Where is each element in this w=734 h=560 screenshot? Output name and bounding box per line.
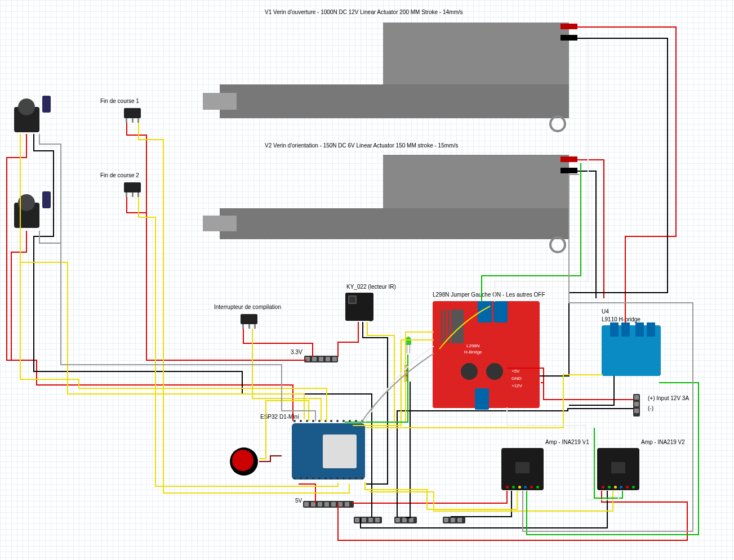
svg-rect-3 bbox=[560, 168, 577, 173]
limit-switch-2 bbox=[124, 182, 141, 192]
header-power-in bbox=[633, 394, 640, 416]
ir-receiver bbox=[345, 293, 373, 321]
l298n-12v: +12V bbox=[511, 383, 522, 388]
l298n-sub: H-Bridge bbox=[464, 350, 482, 355]
capacitor-2 bbox=[42, 191, 51, 208]
esp32-mcu bbox=[292, 423, 365, 480]
header-gnd2 bbox=[394, 517, 417, 523]
plug-v2 bbox=[560, 155, 594, 178]
header-gnd3 bbox=[443, 517, 465, 523]
push-button bbox=[230, 447, 258, 476]
header-gnd1 bbox=[354, 517, 382, 523]
l298n-5v: +5V bbox=[511, 369, 519, 374]
actuator-v1 bbox=[203, 23, 586, 135]
l9110-hbridge bbox=[602, 325, 661, 376]
header-5v bbox=[303, 501, 354, 508]
led-green bbox=[406, 337, 411, 345]
ina219-v2 bbox=[597, 448, 639, 490]
l298n-gnd: GND bbox=[511, 376, 522, 381]
label-ky022: KY_022 (lecteur IR) bbox=[346, 284, 396, 290]
label-5v: 5V bbox=[295, 498, 302, 504]
label-amp-v2: Amp - INA219 V2 bbox=[641, 439, 685, 445]
label-input-plus: (+) Input 12V 3A bbox=[648, 395, 689, 401]
potentiometer-2 bbox=[14, 203, 39, 228]
label-l9110: L9110 H-bridge bbox=[602, 316, 640, 322]
ina219-v1 bbox=[501, 448, 544, 490]
label-v2: V2 Verin d'orientation - 150N DC 6V Line… bbox=[265, 142, 458, 149]
l298n-name: L298N bbox=[466, 343, 480, 348]
l298n-hbridge: L298N H-Bridge +5V GND +12V bbox=[433, 301, 540, 408]
actuator-v2 bbox=[203, 155, 586, 267]
svg-rect-0 bbox=[560, 24, 577, 29]
label-esp32: ESP32 D1-Mini bbox=[260, 414, 299, 420]
label-l298n: L298N Jumper Gauche ON - Les autres OFF bbox=[433, 292, 545, 298]
svg-rect-2 bbox=[560, 156, 577, 162]
label-v1: V1 Verin d'ouverture - 1000N DC 12V Line… bbox=[265, 9, 463, 15]
label-fdc2: Fin de course 2 bbox=[100, 172, 139, 178]
label-u4: U4 bbox=[602, 308, 609, 315]
label-fdc1: Fin de course 1 bbox=[100, 98, 139, 104]
potentiometer-1 bbox=[14, 107, 39, 132]
label-amp-v1: Amp - INA219 V1 bbox=[545, 439, 589, 445]
capacitor-1 bbox=[42, 96, 51, 113]
label-input-minus: (-) bbox=[648, 405, 653, 411]
header-3v3 bbox=[304, 356, 338, 362]
compile-switch bbox=[241, 314, 257, 324]
label-interrupteur: Interrupteur de compilation bbox=[214, 304, 281, 310]
schematic-canvas: V1 Verin d'ouverture - 1000N DC 12V Line… bbox=[0, 0, 734, 560]
label-3v3: 3.3V bbox=[291, 349, 303, 355]
svg-rect-1 bbox=[560, 35, 577, 41]
limit-switch-1 bbox=[124, 108, 141, 118]
plug-v1 bbox=[560, 23, 594, 45]
resistor-led bbox=[404, 365, 408, 382]
